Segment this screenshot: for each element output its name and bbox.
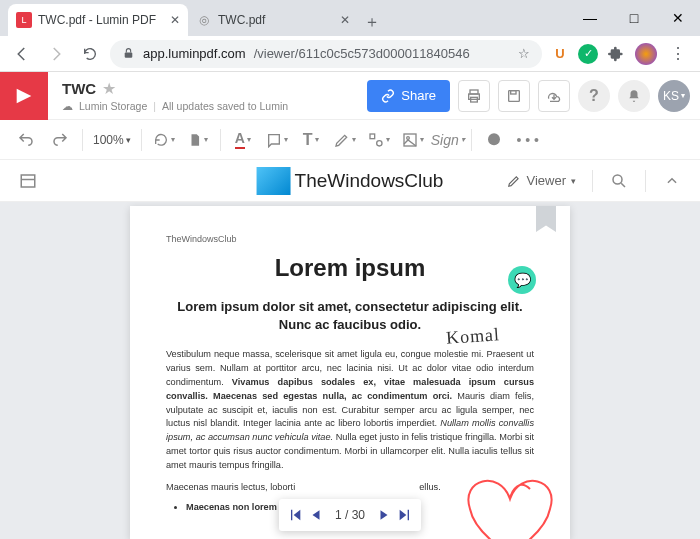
shapes-button[interactable]: ▾ [363, 124, 395, 156]
extension-u[interactable]: U [548, 42, 572, 66]
download-button[interactable] [538, 80, 570, 112]
tab-favicon: L [16, 12, 32, 28]
comment-bubble-icon[interactable]: 💬 [508, 266, 536, 294]
document-page: TheWindowsClub Lorem ipsum 💬 Lorem ipsum… [130, 206, 570, 539]
browser-tab-inactive[interactable]: ◎ TWC.pdf ✕ [188, 4, 358, 36]
forward-button[interactable] [42, 40, 70, 68]
tab-title: TWC.pdf - Lumin PDF [38, 13, 156, 27]
bookmark-star-icon[interactable]: ☆ [518, 46, 530, 61]
svg-point-9 [406, 136, 409, 139]
tab-favicon: ◎ [196, 12, 212, 28]
highlight-button[interactable]: ▾ [261, 124, 293, 156]
svg-rect-11 [21, 175, 35, 187]
svg-rect-5 [511, 90, 516, 93]
share-button[interactable]: Share [367, 80, 450, 112]
tab-close-icon[interactable]: ✕ [340, 13, 350, 27]
collapse-button[interactable] [656, 165, 688, 197]
brand-logo-icon [257, 167, 291, 195]
redo-button[interactable] [44, 124, 76, 156]
lumin-logo[interactable] [0, 72, 48, 120]
undo-button[interactable] [10, 124, 42, 156]
svg-point-10 [488, 133, 500, 145]
draw-button[interactable]: ▾ [329, 124, 361, 156]
viewer-mode-dropdown[interactable]: Viewer ▾ [501, 173, 582, 188]
url-host: app.luminpdf.com [143, 46, 246, 61]
save-button[interactable] [498, 80, 530, 112]
extensions-icon[interactable] [604, 42, 628, 66]
editor-toolbar: 100% ▾ ▾ ▾ A▾ ▾ T▾ ▾ ▾ ▾ Sign▾ • • • [0, 120, 700, 160]
tab-close-icon[interactable]: ✕ [170, 13, 180, 27]
svg-point-7 [376, 140, 381, 145]
text-tool-button[interactable]: T▾ [295, 124, 327, 156]
notifications-button[interactable] [618, 80, 650, 112]
sub-toolbar: TheWindowsClub Viewer ▾ [0, 160, 700, 202]
svg-line-14 [621, 183, 625, 187]
storage-icon: ☁ [62, 100, 73, 112]
user-avatar[interactable]: KS▾ [658, 80, 690, 112]
page-tools-button[interactable]: ▾ [182, 124, 214, 156]
doc-title: TWC [62, 80, 96, 97]
url-path: /viewer/611c0c5c573d000011840546 [254, 46, 470, 61]
svg-point-13 [613, 175, 622, 184]
page-indicator[interactable]: 1 / 30 [329, 508, 371, 522]
app-header: TWC ★ ☁ Lumin Storage | All updates save… [0, 72, 700, 120]
image-button[interactable]: ▾ [397, 124, 429, 156]
last-page-button[interactable] [397, 507, 413, 523]
more-tools-button[interactable]: • • • [512, 124, 544, 156]
browser-titlebar: L TWC.pdf - Lumin PDF ✕ ◎ TWC.pdf ✕ ＋ — … [0, 0, 700, 36]
lock-icon [122, 47, 135, 60]
extension-green[interactable]: ✓ [578, 44, 598, 64]
window-controls: — □ ✕ [568, 0, 700, 36]
profile-avatar[interactable] [634, 42, 658, 66]
link-icon [381, 89, 395, 103]
brand: TheWindowsClub [257, 167, 444, 195]
url-bar[interactable]: app.luminpdf.com/viewer/611c0c5c573d0000… [110, 40, 542, 68]
handwriting-annotation[interactable]: Komal [445, 324, 500, 349]
star-icon[interactable]: ★ [102, 79, 116, 98]
brand-text: TheWindowsClub [295, 170, 444, 192]
first-page-button[interactable] [287, 507, 303, 523]
help-button[interactable]: ? [578, 80, 610, 112]
storage-label: Lumin Storage [79, 100, 147, 112]
page-h1: Lorem ipsum [166, 254, 534, 282]
maximize-button[interactable]: □ [612, 0, 656, 36]
back-button[interactable] [8, 40, 36, 68]
signature-button[interactable]: Sign▾ [431, 124, 465, 156]
page-navigator: 1 / 30 [279, 499, 421, 531]
panel-toggle-button[interactable] [12, 165, 44, 197]
zoom-dropdown[interactable]: 100% ▾ [89, 124, 135, 156]
reload-button[interactable] [76, 40, 104, 68]
new-tab-button[interactable]: ＋ [358, 8, 386, 36]
document-viewer[interactable]: TheWindowsClub Lorem ipsum 💬 Lorem ipsum… [0, 202, 700, 539]
heart-scribble-annotation[interactable] [450, 449, 590, 539]
svg-rect-0 [125, 52, 133, 57]
svg-rect-6 [370, 134, 375, 139]
bookmark-icon[interactable] [536, 206, 556, 232]
comment-button[interactable] [478, 124, 510, 156]
prev-page-button[interactable] [309, 508, 323, 522]
minimize-button[interactable]: — [568, 0, 612, 36]
close-window-button[interactable]: ✕ [656, 0, 700, 36]
tab-title: TWC.pdf [218, 13, 265, 27]
document-info: TWC ★ ☁ Lumin Storage | All updates save… [48, 79, 288, 112]
text-color-button[interactable]: A▾ [227, 124, 259, 156]
address-bar: app.luminpdf.com/viewer/611c0c5c573d0000… [0, 36, 700, 72]
chrome-menu-icon[interactable]: ⋮ [664, 40, 692, 68]
rotate-button[interactable]: ▾ [148, 124, 180, 156]
print-button[interactable] [458, 80, 490, 112]
save-status: All updates saved to Lumin [162, 100, 288, 112]
search-button[interactable] [603, 165, 635, 197]
next-page-button[interactable] [377, 508, 391, 522]
browser-tab-active[interactable]: L TWC.pdf - Lumin PDF ✕ [8, 4, 188, 36]
page-header-text: TheWindowsClub [166, 234, 534, 244]
